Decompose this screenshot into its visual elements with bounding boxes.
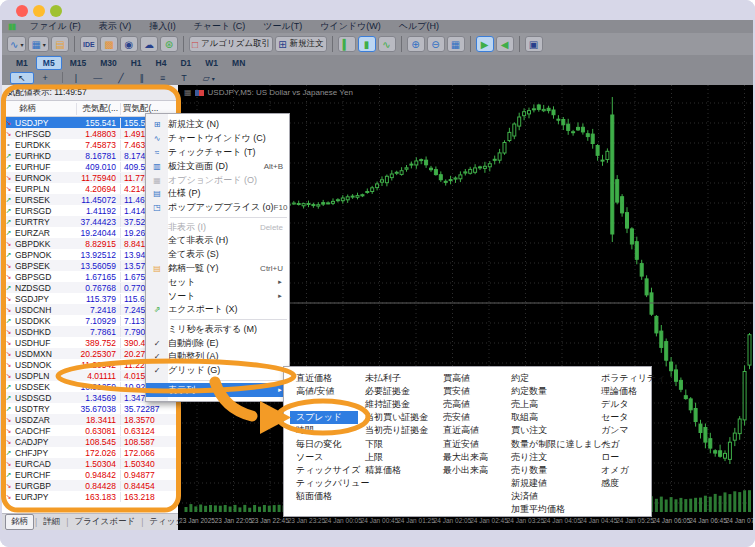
tab-ティック[interactable]: ティック [144, 515, 189, 529]
column-option[interactable]: 売安値 [437, 411, 494, 424]
menu-item-chart-window[interactable]: ∿チャートウインドウ (C) [146, 132, 289, 146]
timeframe-m30[interactable]: M30 [94, 57, 123, 69]
column-option[interactable]: 上限 [359, 451, 434, 464]
column-option[interactable]: 当初買い証拠金 [359, 411, 434, 424]
menu-item-set[interactable]: セット► [146, 275, 289, 289]
column-option[interactable]: 未払利子 [359, 372, 434, 385]
menu-item-export[interactable]: ⇗エクスポート (X) [146, 303, 289, 317]
menu-item-columns[interactable]: 表示列► [146, 383, 289, 397]
menubar-item-tools[interactable]: ツール(T) [254, 20, 311, 33]
zoom-out-button[interactable]: ⊖ [427, 36, 445, 52]
column-option[interactable]: 売高値 [437, 398, 494, 411]
column-option[interactable]: ロー [595, 451, 671, 464]
zoom-window-button[interactable] [50, 5, 62, 17]
column-option[interactable]: ガンマ [595, 424, 671, 437]
cloud-button[interactable]: ☁ [140, 36, 158, 52]
zoom-in-button[interactable]: ⊕ [407, 36, 425, 52]
column-option[interactable]: 買安値 [437, 385, 494, 398]
column-option[interactable]: 買高値 [437, 372, 494, 385]
menu-item-symbols[interactable]: ▤銘柄一覧 (Y)Ctrl+U [146, 262, 289, 276]
fibonacci-tool[interactable]: ≡ [153, 73, 172, 83]
timeframe-mn[interactable]: MN [226, 57, 251, 69]
community-button[interactable]: ⊛ [160, 36, 178, 52]
bar-chart-button[interactable]: ▍ [338, 36, 356, 52]
lock-button[interactable]: ▩ [100, 36, 118, 52]
line-chart-button[interactable]: ∿ [378, 36, 396, 52]
symbol-row-usdtry[interactable]: ↗USDTRY35.6703835.72287 [2, 403, 178, 414]
symbol-row-eurcad[interactable]: ↘EURCAD1.503041.50340 [2, 458, 178, 469]
column-option[interactable]: ベガ [595, 437, 671, 450]
symbols-dialog-button[interactable]: ▤ [51, 36, 69, 52]
column-header-symbol[interactable]: 銘柄 [2, 103, 76, 115]
menu-item-auto-arrange[interactable]: ✓自動整列 (A) [146, 350, 289, 364]
menubar-item-charts[interactable]: チャート (C) [185, 20, 255, 33]
symbol-row-cadjpy[interactable]: ↘CADJPY108.545108.587 [2, 436, 178, 447]
menu-item-show-all[interactable]: 全て表示 (S) [146, 248, 289, 262]
minimize-window-button[interactable] [33, 5, 45, 17]
close-window-button[interactable] [16, 5, 28, 17]
shapes-tool[interactable]: ▱▾ [196, 73, 222, 83]
tab-銘柄[interactable]: 銘柄 [5, 514, 34, 530]
crosshair-tool[interactable]: + [36, 73, 55, 83]
new-order-button[interactable]: ⊞新規注文 [275, 36, 326, 52]
horizontal-line-tool[interactable]: — [86, 73, 109, 83]
menubar-item-help[interactable]: ヘルプ(H) [390, 20, 448, 33]
symbol-row-eurgbp[interactable]: ↘EURGBP0.844280.84454 [2, 480, 178, 491]
timeframe-h1[interactable]: H1 [125, 57, 148, 69]
window-layout-button[interactable]: ▦▾ [28, 36, 48, 52]
tab-プライスボード[interactable]: プライスボード [69, 515, 140, 529]
candle-chart-button[interactable]: ▮ [358, 36, 376, 52]
screenshot-button[interactable]: ▣ [525, 36, 543, 52]
menubar-item-file[interactable]: ファイル (F) [21, 20, 90, 33]
cursor-tool[interactable]: ↖ [10, 72, 34, 84]
column-option[interactable]: 理論価格 [595, 385, 671, 398]
menu-item-sort[interactable]: ソート► [146, 289, 289, 303]
column-option[interactable]: 精算価格 [359, 464, 434, 477]
channel-tool[interactable]: ∥ [133, 73, 152, 83]
column-option[interactable]: オメガ [595, 464, 671, 477]
timeframe-h4[interactable]: H4 [150, 57, 173, 69]
tab-詳細[interactable]: 詳細 [38, 515, 65, 529]
menubar-item-view[interactable]: 表示 (V) [90, 20, 141, 33]
timeframe-m1[interactable]: M1 [10, 57, 34, 69]
menu-item-hide-all[interactable]: 全て非表示 (H) [146, 234, 289, 248]
column-option[interactable]: 決済値 [505, 490, 626, 503]
chart-style-button[interactable]: ∿▾ [7, 36, 26, 52]
column-option[interactable]: 額面価格 [290, 490, 375, 503]
menu-item-grid[interactable]: ✓グリッド (G) [146, 364, 289, 378]
timeframe-m15[interactable]: M15 [64, 57, 93, 69]
column-option[interactable]: 感度 [595, 477, 671, 490]
column-option[interactable]: 直近高値 [437, 424, 494, 437]
column-option[interactable]: ティックバリュー [290, 477, 375, 490]
menu-item-new-order[interactable]: ⊞新規注文 (N) [146, 118, 289, 132]
menu-item-depth-of-market[interactable]: ▥板注文画面 (D)Alt+B [146, 159, 289, 173]
column-option[interactable]: 最小出来高 [437, 464, 494, 477]
symbol-row-cadchf[interactable]: ↘CADCHF0.630810.63124 [2, 425, 178, 436]
menu-item-tick-chart[interactable]: ≈ティックチャート (T) [146, 146, 289, 160]
column-option[interactable]: 維持証拠金 [359, 398, 434, 411]
symbol-row-eurchf[interactable]: ↗EURCHF0.948420.94877 [2, 469, 178, 480]
column-option[interactable]: スプレッド [290, 411, 358, 424]
text-tool[interactable]: T [174, 73, 194, 83]
menu-item-show-milliseconds[interactable]: ミリ秒を表示する (M) [146, 322, 289, 336]
symbol-row-eurjpy[interactable]: ↘EURJPY163.183163.218 [2, 491, 178, 502]
menubar-item-insert[interactable]: 挿入(I) [140, 20, 185, 33]
timeframe-w1[interactable]: W1 [199, 57, 224, 69]
column-option[interactable]: 加重平均価格 [505, 503, 626, 516]
column-option[interactable]: 下限 [359, 437, 434, 450]
column-option[interactable]: デルタ [595, 398, 671, 411]
symbol-row-chfjpy[interactable]: ↗CHFJPY172.026172.066 [2, 447, 178, 458]
column-option[interactable]: 最大出来高 [437, 451, 494, 464]
column-option[interactable]: ボラティリティ [595, 372, 671, 385]
connections-button[interactable]: ◉ [120, 36, 138, 52]
menu-item-specification[interactable]: ▤仕様 (P) [146, 187, 289, 201]
menu-item-auto-delete[interactable]: ✓自動削除 (E) [146, 336, 289, 350]
column-option[interactable]: セータ [595, 411, 671, 424]
column-option[interactable]: 当初売り証拠金 [359, 424, 434, 437]
trendline-tool[interactable]: ╱ [111, 73, 130, 83]
vertical-line-tool[interactable]: | [68, 73, 84, 83]
auto-scroll-button[interactable]: ◀ [496, 36, 514, 52]
column-option[interactable]: 直近安値 [437, 437, 494, 450]
column-option[interactable]: 必要証拠金 [359, 385, 434, 398]
timeframe-m5[interactable]: M5 [36, 56, 62, 70]
